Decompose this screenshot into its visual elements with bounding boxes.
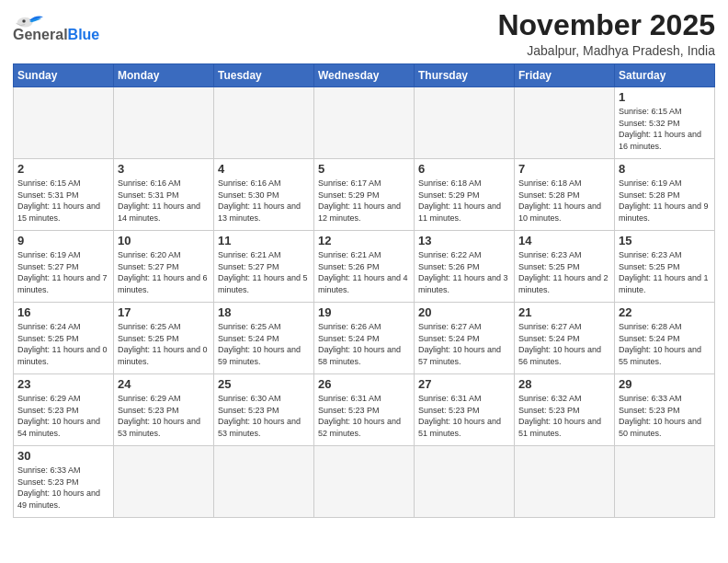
day-info: Sunrise: 6:27 AM Sunset: 5:24 PM Dayligh…	[418, 321, 510, 367]
table-row	[415, 87, 515, 159]
table-row	[114, 446, 214, 518]
day-info: Sunrise: 6:25 AM Sunset: 5:25 PM Dayligh…	[118, 321, 210, 367]
table-row: 12Sunrise: 6:21 AM Sunset: 5:26 PM Dayli…	[314, 231, 415, 303]
day-number: 23	[17, 377, 109, 391]
table-row: 24Sunrise: 6:29 AM Sunset: 5:23 PM Dayli…	[114, 374, 214, 446]
day-number: 25	[218, 377, 310, 391]
day-info: Sunrise: 6:32 AM Sunset: 5:23 PM Dayligh…	[518, 393, 610, 439]
day-info: Sunrise: 6:18 AM Sunset: 5:28 PM Dayligh…	[518, 178, 610, 224]
table-row: 21Sunrise: 6:27 AM Sunset: 5:24 PM Dayli…	[515, 303, 615, 374]
day-number: 29	[619, 377, 711, 391]
header-area: GeneralBlue November 2025 Jabalpur, Madh…	[13, 9, 715, 58]
day-number: 7	[518, 162, 610, 176]
day-number: 8	[619, 162, 711, 176]
svg-point-2	[23, 20, 24, 21]
day-info: Sunrise: 6:27 AM Sunset: 5:24 PM Dayligh…	[518, 321, 610, 367]
day-number: 19	[318, 305, 410, 319]
table-row	[214, 446, 314, 518]
day-number: 28	[518, 377, 610, 391]
day-info: Sunrise: 6:33 AM Sunset: 5:23 PM Dayligh…	[17, 465, 109, 511]
table-row: 17Sunrise: 6:25 AM Sunset: 5:25 PM Dayli…	[114, 303, 214, 374]
table-row	[114, 87, 214, 159]
day-number: 12	[318, 234, 410, 247]
day-number: 26	[318, 377, 410, 391]
table-row: 1Sunrise: 6:15 AM Sunset: 5:32 PM Daylig…	[615, 87, 715, 159]
day-info: Sunrise: 6:22 AM Sunset: 5:26 PM Dayligh…	[418, 249, 510, 295]
day-info: Sunrise: 6:25 AM Sunset: 5:24 PM Dayligh…	[218, 321, 310, 367]
day-info: Sunrise: 6:29 AM Sunset: 5:23 PM Dayligh…	[17, 393, 109, 439]
day-number: 14	[518, 234, 610, 247]
table-row	[314, 87, 415, 159]
table-row: 14Sunrise: 6:23 AM Sunset: 5:25 PM Dayli…	[515, 231, 615, 303]
table-row: 13Sunrise: 6:22 AM Sunset: 5:26 PM Dayli…	[415, 231, 515, 303]
day-info: Sunrise: 6:16 AM Sunset: 5:31 PM Dayligh…	[118, 178, 210, 224]
table-row: 11Sunrise: 6:21 AM Sunset: 5:27 PM Dayli…	[214, 231, 314, 303]
table-row: 9Sunrise: 6:19 AM Sunset: 5:27 PM Daylig…	[14, 231, 114, 303]
day-info: Sunrise: 6:16 AM Sunset: 5:30 PM Dayligh…	[218, 178, 310, 224]
location-title: Jabalpur, Madhya Pradesh, India	[497, 43, 715, 58]
day-number: 18	[218, 305, 310, 319]
day-info: Sunrise: 6:19 AM Sunset: 5:28 PM Dayligh…	[619, 178, 711, 224]
table-row: 29Sunrise: 6:33 AM Sunset: 5:23 PM Dayli…	[615, 374, 715, 446]
page: GeneralBlue November 2025 Jabalpur, Madh…	[0, 0, 728, 563]
logo-blue: Blue	[68, 27, 100, 42]
day-number: 22	[619, 305, 711, 319]
day-number: 24	[118, 377, 210, 391]
title-area: November 2025 Jabalpur, Madhya Pradesh, …	[497, 9, 715, 58]
header-tuesday: Tuesday	[214, 64, 314, 87]
table-row: 4Sunrise: 6:16 AM Sunset: 5:30 PM Daylig…	[214, 159, 314, 231]
header-monday: Monday	[114, 64, 214, 87]
table-row: 20Sunrise: 6:27 AM Sunset: 5:24 PM Dayli…	[415, 303, 515, 374]
day-number: 4	[218, 162, 310, 176]
day-number: 10	[118, 234, 210, 247]
table-row: 6Sunrise: 6:18 AM Sunset: 5:29 PM Daylig…	[415, 159, 515, 231]
table-row: 25Sunrise: 6:30 AM Sunset: 5:23 PM Dayli…	[214, 374, 314, 446]
table-row	[415, 446, 515, 518]
header-thursday: Thursday	[415, 64, 515, 87]
logo: GeneralBlue	[13, 9, 99, 42]
day-info: Sunrise: 6:17 AM Sunset: 5:29 PM Dayligh…	[318, 178, 410, 224]
day-number: 16	[17, 305, 109, 319]
table-row	[615, 446, 715, 518]
day-number: 3	[118, 162, 210, 176]
day-number: 20	[418, 305, 510, 319]
table-row: 10Sunrise: 6:20 AM Sunset: 5:27 PM Dayli…	[114, 231, 214, 303]
day-info: Sunrise: 6:21 AM Sunset: 5:26 PM Dayligh…	[318, 249, 410, 295]
logo-general: General	[13, 27, 68, 42]
table-row: 27Sunrise: 6:31 AM Sunset: 5:23 PM Dayli…	[415, 374, 515, 446]
header-saturday: Saturday	[615, 64, 715, 87]
day-number: 5	[318, 162, 410, 176]
day-info: Sunrise: 6:24 AM Sunset: 5:25 PM Dayligh…	[17, 321, 109, 367]
day-info: Sunrise: 6:26 AM Sunset: 5:24 PM Dayligh…	[318, 321, 410, 367]
calendar: Sunday Monday Tuesday Wednesday Thursday…	[13, 63, 715, 518]
day-info: Sunrise: 6:15 AM Sunset: 5:32 PM Dayligh…	[619, 106, 711, 152]
day-info: Sunrise: 6:33 AM Sunset: 5:23 PM Dayligh…	[619, 393, 711, 439]
day-number: 1	[619, 90, 711, 104]
table-row: 22Sunrise: 6:28 AM Sunset: 5:24 PM Dayli…	[615, 303, 715, 374]
day-number: 17	[118, 305, 210, 319]
table-row	[515, 446, 615, 518]
day-info: Sunrise: 6:30 AM Sunset: 5:23 PM Dayligh…	[218, 393, 310, 439]
day-number: 27	[418, 377, 510, 391]
day-info: Sunrise: 6:21 AM Sunset: 5:27 PM Dayligh…	[218, 249, 310, 295]
day-number: 13	[418, 234, 510, 247]
table-row: 7Sunrise: 6:18 AM Sunset: 5:28 PM Daylig…	[515, 159, 615, 231]
table-row: 28Sunrise: 6:32 AM Sunset: 5:23 PM Dayli…	[515, 374, 615, 446]
table-row: 8Sunrise: 6:19 AM Sunset: 5:28 PM Daylig…	[615, 159, 715, 231]
table-row: 26Sunrise: 6:31 AM Sunset: 5:23 PM Dayli…	[314, 374, 415, 446]
header-friday: Friday	[515, 64, 615, 87]
day-info: Sunrise: 6:23 AM Sunset: 5:25 PM Dayligh…	[518, 249, 610, 295]
table-row: 2Sunrise: 6:15 AM Sunset: 5:31 PM Daylig…	[14, 159, 114, 231]
table-row: 3Sunrise: 6:16 AM Sunset: 5:31 PM Daylig…	[114, 159, 214, 231]
day-number: 2	[17, 162, 109, 176]
table-row: 16Sunrise: 6:24 AM Sunset: 5:25 PM Dayli…	[14, 303, 114, 374]
table-row: 18Sunrise: 6:25 AM Sunset: 5:24 PM Dayli…	[214, 303, 314, 374]
day-info: Sunrise: 6:19 AM Sunset: 5:27 PM Dayligh…	[17, 249, 109, 295]
table-row: 23Sunrise: 6:29 AM Sunset: 5:23 PM Dayli…	[14, 374, 114, 446]
day-info: Sunrise: 6:15 AM Sunset: 5:31 PM Dayligh…	[17, 178, 109, 224]
table-row	[14, 87, 114, 159]
day-info: Sunrise: 6:31 AM Sunset: 5:23 PM Dayligh…	[418, 393, 510, 439]
day-number: 15	[619, 234, 711, 247]
table-row: 5Sunrise: 6:17 AM Sunset: 5:29 PM Daylig…	[314, 159, 415, 231]
day-number: 6	[418, 162, 510, 176]
